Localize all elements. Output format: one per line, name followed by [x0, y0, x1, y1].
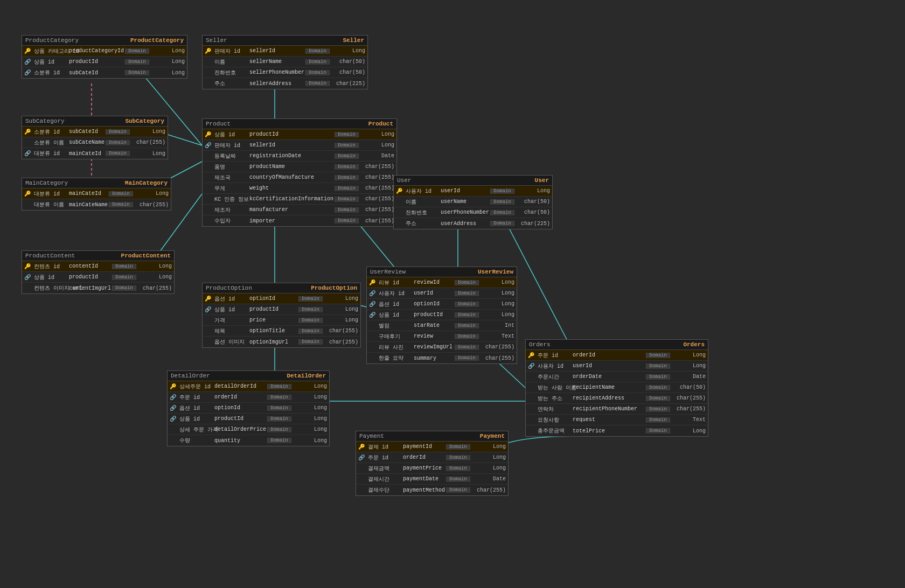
table-row: 🔗 옵션 id optionId Domain Long [367, 299, 517, 310]
fk-icon: 🔗 [22, 69, 33, 76]
table-row: 한줄 요약 summary Domain char(255) [367, 353, 517, 363]
table-row: 🔑 옵션 id optionId Domain Long [203, 293, 360, 304]
table-row: 무게 weight Domain char(255) [203, 183, 396, 194]
table-row: 품명 productName Domain char(255) [203, 162, 396, 172]
key-icon: 🔑 [356, 444, 367, 450]
table-row: 연락처 recipientPhoneNumber Domain char(255… [526, 404, 708, 415]
entity-sub-category: SubCategory SubCategory 🔑 소분류 id subCate… [22, 116, 168, 159]
table-row: 가격 price Domain Long [203, 315, 360, 326]
table-row: 🔑 컨텐츠 id contentId Domain Long [22, 261, 174, 272]
table-row: 받는 주소 recipientAddress Domain char(255) [526, 393, 708, 404]
table-row: 🔗 사용자 id userId Domain Long [526, 361, 708, 372]
key-icon: 🔑 [22, 263, 33, 270]
table-row: 🔑 상품 카테고리 id productCategoryId Domain Lo… [22, 46, 187, 57]
table-row: 🔑 사용자 id userId Domain Long [394, 186, 552, 197]
table-row: 제조국 countryOfManufacture Domain char(255… [203, 172, 396, 183]
table-row: 받는 사람 이름 recipientName Domain char(50) [526, 382, 708, 393]
table-row: 🔗 주문 id orderId Domain Long [356, 452, 508, 463]
entity-payment: Payment Payment 🔑 결제 id paymentId Domain… [356, 431, 509, 496]
entity-product-category: ProductCategory ProductCategory 🔑 상품 카테고… [22, 35, 187, 79]
table-row: 컨텐츠 이미지 url contentImgUrl Domain char(25… [22, 283, 174, 293]
fk-icon: 🔗 [203, 306, 213, 313]
fk-icon: 🔗 [356, 454, 367, 461]
table-row: 🔗 대분류 id mainCateId Domain Long [22, 148, 168, 159]
table-row: 🔗 상품 id productId Domain Long [203, 304, 360, 315]
key-icon: 🔑 [526, 352, 537, 359]
entity-user: User User 🔑 사용자 id userId Domain Long 이름… [393, 175, 553, 229]
table-row: 🔗 주문 id orderId Domain Long [168, 392, 329, 403]
fk-icon: 🔗 [526, 363, 537, 369]
table-row: 요청사항 request Domain Text [526, 415, 708, 425]
table-row: 주문시간 orderDate Domain Date [526, 372, 708, 382]
fk-icon: 🔗 [367, 312, 378, 318]
table-row: 구매후기 review Domain Text [367, 331, 517, 342]
table-row: 🔗 소분류 id subCateId Domain Long [22, 67, 187, 78]
fk-icon: 🔗 [22, 274, 33, 281]
entity-seller: Seller Seller 🔑 판매자 id sellerId Domain L… [202, 35, 368, 89]
table-row: 🔑 상품 id productId Domain Long [203, 129, 396, 140]
table-row: 🔗 상품 id productId Domain Long [168, 414, 329, 424]
entity-main-category: MainCategory MainCategory 🔑 대분류 id mainC… [22, 178, 171, 211]
table-row: 별점 starRate Domain Int [367, 320, 517, 331]
table-row: 🔑 결제 id paymentId Domain Long [356, 442, 508, 452]
table-row: 🔑 상세주문 id detailOrderId Domain Long [168, 381, 329, 392]
table-row: 전화번호 sellerPhoneNumber Domain char(50) [203, 67, 367, 78]
table-row: 🔑 리뷰 id reviewId Domain Long [367, 277, 517, 288]
table-row: 제조자 manufacturer Domain char(255) [203, 205, 396, 215]
fk-icon: 🔗 [367, 301, 378, 307]
table-row: 상세 주문 가격 detailOrderPrice Domain Long [168, 424, 329, 435]
key-icon: 🔑 [203, 296, 213, 302]
table-row: 등록날짜 registrationDate Domain Date [203, 151, 396, 162]
table-row: 🔗 상품 id productId Domain Long [22, 272, 174, 283]
table-row: 이름 userName Domain char(50) [394, 197, 552, 207]
table-row: 🔗 상품 id productId Domain Long [22, 57, 187, 67]
table-row: 수량 quantity Domain Long [168, 435, 329, 446]
table-row: 대분류 이름 mainCateName Domain char(255) [22, 199, 171, 210]
table-row: 주소 userAddress Domain char(225) [394, 218, 552, 229]
fk-icon: 🔗 [168, 416, 178, 422]
table-row: 전화번호 userPhoneNumber Domain char(50) [394, 207, 552, 218]
table-row: 주소 sellerAddress Domain char(225) [203, 78, 367, 89]
key-icon: 🔑 [168, 383, 178, 390]
table-row: 🔑 판매자 id sellerId Domain Long [203, 46, 367, 57]
table-row: 소분류 이름 subCateName Domain char(255) [22, 137, 168, 148]
entity-orders: Orders Orders 🔑 주문 id orderId Domain Lon… [525, 339, 708, 437]
entity-product-content: ProductContent ProductContent 🔑 컨텐츠 id c… [22, 250, 175, 294]
fk-icon: 🔗 [22, 59, 33, 65]
entity-product-option: ProductOption ProductOption 🔑 옵션 id opti… [202, 283, 361, 348]
table-row: 결제시간 paymentDate Domain Date [356, 474, 508, 485]
table-row: 제목 optionTitle Domain char(255) [203, 326, 360, 337]
table-row: 결제수단 paymentMethod Domain char(255) [356, 485, 508, 495]
key-icon: 🔑 [22, 191, 33, 197]
table-row: 옵션 이미지 optionImgUrl Domain char(255) [203, 337, 360, 347]
table-row: 🔑 대분류 id mainCateId Domain Long [22, 188, 171, 199]
key-icon: 🔑 [394, 188, 405, 194]
key-icon: 🔑 [203, 131, 213, 138]
key-icon: 🔑 [22, 48, 33, 54]
table-row: 리뷰 사진 reviewImgUrl Domain char(255) [367, 342, 517, 353]
table-row: KC 인증 정보 kcCertificationInformation Doma… [203, 194, 396, 205]
entity-product: Product Product 🔑 상품 id productId Domain… [202, 118, 397, 227]
table-row: 🔑 주문 id orderId Domain Long [526, 350, 708, 361]
table-row: 🔑 소분류 id subCateId Domain Long [22, 127, 168, 137]
entity-user-review: UserReview UserReview 🔑 리뷰 id reviewId D… [366, 267, 517, 364]
fk-icon: 🔗 [367, 290, 378, 297]
entity-detail-order: DetailOrder DetailOrder 🔑 상세주문 id detail… [167, 370, 330, 446]
table-row: 🔗 사용자 id userId Domain Long [367, 288, 517, 299]
table-row: 🔗 판매자 id sellerId Domain Long [203, 140, 396, 151]
table-row: 🔗 상품 id productId Domain Long [367, 310, 517, 320]
table-row: 이름 sellerName Domain char(50) [203, 57, 367, 67]
fk-icon: 🔗 [203, 142, 213, 149]
fk-icon: 🔗 [168, 405, 178, 411]
diagram-canvas: ProductCategory ProductCategory 🔑 상품 카테고… [0, 0, 905, 588]
key-icon: 🔑 [203, 48, 213, 54]
key-icon: 🔑 [367, 279, 378, 286]
fk-icon: 🔗 [22, 150, 33, 157]
key-icon: 🔑 [22, 129, 33, 135]
table-row: 총주문금액 totelPrice Domain Long [526, 425, 708, 436]
fk-icon: 🔗 [168, 394, 178, 401]
table-row: 수입자 importer Domain char(255) [203, 215, 396, 226]
table-row: 결제금액 paymentPrice Domain Long [356, 463, 508, 474]
table-row: 🔗 옵션 id optionId Domain Long [168, 403, 329, 414]
